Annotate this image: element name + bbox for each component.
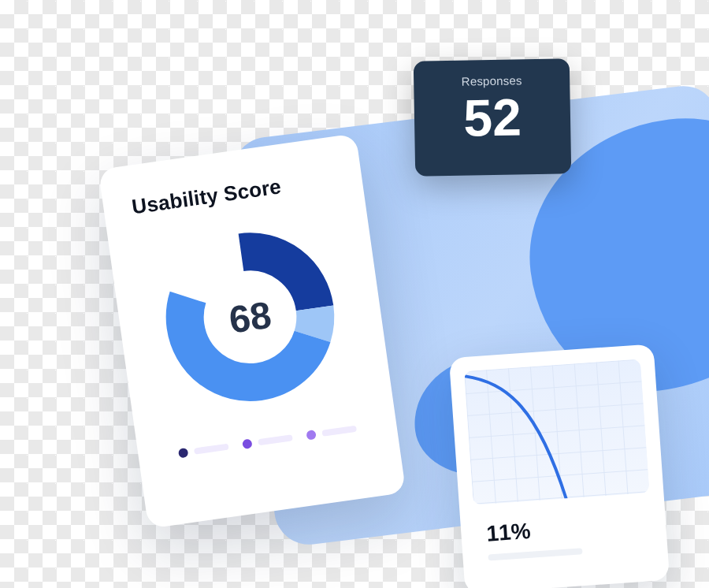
legend-item bbox=[242, 433, 293, 449]
responses-value: 52 bbox=[414, 89, 570, 147]
responses-card: Responses 52 bbox=[414, 58, 572, 176]
usability-score-title: Usability Score bbox=[131, 167, 336, 220]
legend-bar bbox=[258, 434, 293, 445]
trend-value: 11% bbox=[485, 519, 531, 547]
responses-label: Responses bbox=[414, 73, 570, 88]
legend-dot-icon bbox=[242, 438, 253, 449]
legend-item bbox=[306, 424, 357, 441]
donut-center-label: 68 bbox=[153, 220, 347, 414]
legend-dot-icon bbox=[178, 448, 189, 459]
trend-progress-bar bbox=[488, 548, 582, 560]
donut-chart: 68 bbox=[153, 220, 347, 414]
trend-card: 11% bbox=[449, 344, 670, 588]
legend-bar bbox=[194, 444, 229, 455]
legend-dot-icon bbox=[306, 430, 317, 441]
trend-grid bbox=[464, 359, 649, 505]
trend-line-path bbox=[464, 370, 566, 505]
usability-score-card: Usability Score 68 bbox=[98, 133, 406, 528]
donut-legend bbox=[166, 422, 369, 460]
legend-item bbox=[178, 442, 229, 459]
trend-line-chart bbox=[464, 359, 649, 505]
legend-bar bbox=[321, 426, 357, 437]
